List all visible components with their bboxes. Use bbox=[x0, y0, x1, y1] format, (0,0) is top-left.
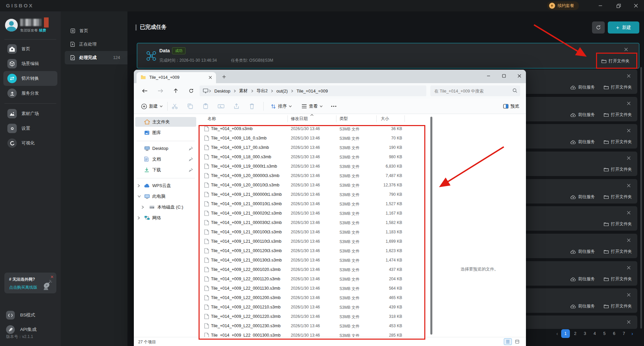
list-view-toggle[interactable] bbox=[504, 338, 512, 345]
file-row[interactable]: Tile_+014_+009_L22_0001230.s3mb2026/1/30… bbox=[200, 321, 423, 331]
sidebar-item-home[interactable]: 首页 bbox=[3, 42, 57, 56]
open-folder-button[interactable]: 打开文件夹 bbox=[604, 221, 632, 227]
avatar[interactable] bbox=[5, 19, 18, 32]
task-close-icon[interactable] bbox=[627, 183, 631, 188]
breadcrumb-item[interactable]: 素材 bbox=[236, 87, 251, 95]
file-row[interactable]: Tile_+014_+009_L19_0000t1.s3mb2026/1/30 … bbox=[200, 162, 423, 171]
cut-button[interactable] bbox=[169, 101, 180, 112]
explorer-nav-edesktop[interactable]: Desktop bbox=[135, 143, 196, 153]
file-row[interactable]: Tile_+014_+009_L21_000020t2.s3mb2026/1/3… bbox=[200, 209, 423, 218]
explorer-nav-ecomputer[interactable]: 此电脑 bbox=[135, 191, 196, 201]
pagination-page-2[interactable]: 2 bbox=[571, 329, 580, 338]
pagination-page-6[interactable]: 6 bbox=[610, 329, 619, 338]
breadcrumb-item[interactable]: 导出2 bbox=[254, 87, 270, 95]
details-view-toggle[interactable] bbox=[513, 338, 521, 345]
up-button[interactable] bbox=[169, 85, 182, 96]
tab-close-icon[interactable] bbox=[209, 75, 212, 80]
promo-link[interactable]: 点击购买离线版 bbox=[9, 285, 37, 290]
file-row[interactable]: Tile_+014_+009_L22_0001200.s3mb2026/1/30… bbox=[200, 293, 423, 302]
file-row[interactable]: Tile_+014_+009_L21_000120t3.s3mb2026/1/3… bbox=[200, 246, 423, 255]
sidebar-item-convert[interactable]: 切片转换 bbox=[3, 71, 57, 86]
pagination-page-1[interactable]: 1 bbox=[561, 329, 570, 338]
file-row[interactable]: Tile_+014_+009_L20_00000t3.s3mb2026/1/30… bbox=[200, 171, 423, 180]
scrollbar[interactable] bbox=[640, 67, 642, 329]
task-close-icon[interactable] bbox=[627, 266, 631, 271]
file-row[interactable]: Tile_+014_+009_L18_000.s3mb2026/1/30 13:… bbox=[200, 152, 423, 162]
task-close-icon[interactable] bbox=[627, 74, 631, 79]
task-close-icon[interactable] bbox=[627, 293, 631, 298]
sidebar-item-viz[interactable]: 可视化 bbox=[3, 136, 57, 151]
task-close-icon[interactable] bbox=[624, 47, 628, 52]
app-restore-button[interactable] bbox=[611, 0, 626, 11]
goto-service-button[interactable]: 前往服务 bbox=[571, 112, 595, 118]
file-row[interactable]: Tile_+014_+009_L21_000010t1.s3mb2026/1/3… bbox=[200, 199, 423, 209]
column-type[interactable]: 类型 bbox=[339, 116, 348, 122]
pagination-next[interactable]: › bbox=[629, 329, 635, 338]
pagination-page-3[interactable]: 3 bbox=[581, 329, 589, 338]
renew-plan-button[interactable]: 续约套餐 bbox=[547, 1, 579, 10]
renew-link[interactable]: 续费 bbox=[39, 28, 46, 32]
explorer-nav-ehome[interactable]: 主文件夹 bbox=[135, 117, 196, 127]
sort-button[interactable]: 排序 bbox=[269, 101, 294, 112]
sidebar-item-scene[interactable]: 场景编辑 bbox=[3, 56, 57, 71]
open-folder-button[interactable]: 打开文件夹 bbox=[604, 167, 632, 172]
file-row[interactable]: Tile_+014_+009_L22_0001220.s3mb2026/1/30… bbox=[200, 312, 423, 321]
explorer-maximize-button[interactable] bbox=[496, 70, 512, 81]
chevron-right-icon[interactable] bbox=[138, 216, 140, 220]
more-button[interactable] bbox=[329, 101, 338, 112]
app-minimize-button[interactable] bbox=[593, 0, 608, 11]
chevron-down-icon[interactable] bbox=[138, 195, 141, 197]
search-input[interactable] bbox=[434, 85, 509, 97]
breadcrumb-item[interactable]: Tile_+014_+009 bbox=[294, 88, 331, 95]
task-close-icon[interactable] bbox=[627, 211, 631, 216]
sidebar-item-dispatch[interactable]: 服务分发 bbox=[3, 86, 57, 101]
file-list-scrollbar[interactable] bbox=[430, 117, 432, 335]
goto-service-button[interactable]: 前往服务 bbox=[571, 303, 595, 309]
file-row[interactable]: Tile_+014_+009_L21_000110t3.s3mb2026/1/3… bbox=[200, 237, 423, 246]
file-row[interactable]: Tile_+014_+009_L21_000100t3.s3mb2026/1/3… bbox=[200, 227, 423, 237]
open-folder-button[interactable]: 打开文件夹 bbox=[604, 249, 632, 254]
file-row[interactable]: Tile_+014_+009_L22_0001300.s3mb2026/1/30… bbox=[200, 331, 423, 337]
task-close-icon[interactable] bbox=[627, 156, 631, 161]
file-row[interactable]: Tile_+014_+009.s3mb2026/1/30 13:46S3MB 文… bbox=[200, 124, 423, 133]
open-folder-button[interactable]: 打开文件夹 bbox=[604, 112, 632, 118]
task-close-icon[interactable] bbox=[627, 101, 631, 106]
explorer-close-button[interactable] bbox=[512, 70, 527, 81]
subnav-item-completed[interactable]: 处理完成124 bbox=[65, 51, 127, 64]
explorer-tab[interactable]: Tile_+014_+009 bbox=[137, 72, 216, 83]
goto-service-button[interactable]: 前往服务 bbox=[571, 139, 595, 145]
pagination-prev[interactable]: ‹ bbox=[554, 329, 560, 338]
file-row[interactable]: Tile_+014_+009_L21_000030t2.s3mb2026/1/3… bbox=[200, 218, 423, 227]
explorer-nav-enetwork[interactable]: 网络 bbox=[135, 213, 196, 223]
task-close-icon[interactable] bbox=[627, 320, 631, 325]
pagination-page-4[interactable]: 4 bbox=[590, 329, 599, 338]
goto-service-button[interactable]: 前往服务 bbox=[571, 84, 595, 90]
open-folder-button[interactable]: 打开文件夹 bbox=[604, 276, 632, 282]
forward-button[interactable] bbox=[154, 85, 167, 96]
open-folder-button[interactable]: 打开文件夹 bbox=[604, 84, 632, 90]
file-row[interactable]: Tile_+014_+009_L21_000130t3.s3mb2026/1/3… bbox=[200, 255, 423, 265]
delete-button[interactable] bbox=[247, 101, 257, 112]
chevron-right-icon[interactable] bbox=[142, 206, 144, 209]
copy-button[interactable] bbox=[185, 101, 196, 112]
file-row[interactable]: Tile_+014_+009_L22_0001210.s3mb2026/1/30… bbox=[200, 302, 423, 312]
app-close-button[interactable] bbox=[629, 0, 643, 11]
breadcrumb-item[interactable]: out(2) bbox=[274, 88, 290, 95]
explorer-nav-edownload[interactable]: 下载 bbox=[135, 165, 196, 175]
task-close-icon[interactable] bbox=[627, 128, 631, 133]
column-date[interactable]: 修改日期 bbox=[291, 116, 308, 122]
refresh-page-button[interactable] bbox=[185, 85, 198, 96]
refresh-button[interactable] bbox=[592, 21, 605, 34]
explorer-nav-edoc[interactable]: 文档 bbox=[135, 154, 196, 164]
pagination-page-7[interactable]: 7 bbox=[620, 329, 628, 338]
file-row[interactable]: Tile_+014_+009_L16_0.s3mb2026/1/30 13:46… bbox=[200, 133, 423, 143]
task-close-icon[interactable] bbox=[627, 238, 631, 243]
breadcrumb-item[interactable]: Desktop bbox=[212, 88, 233, 95]
paste-button[interactable] bbox=[200, 101, 211, 112]
goto-service-button[interactable]: 前往服务 bbox=[571, 194, 595, 200]
explorer-minimize-button[interactable] bbox=[481, 70, 496, 81]
file-row[interactable]: Tile_+014_+009_L21_000000t1.s3mb2026/1/3… bbox=[200, 190, 423, 199]
promo-close-icon[interactable]: ✕ bbox=[50, 275, 54, 279]
preview-toggle-button[interactable]: 预览 bbox=[501, 101, 521, 112]
explorer-nav-edrive[interactable]: 本地磁盘 (C:) bbox=[135, 202, 196, 212]
